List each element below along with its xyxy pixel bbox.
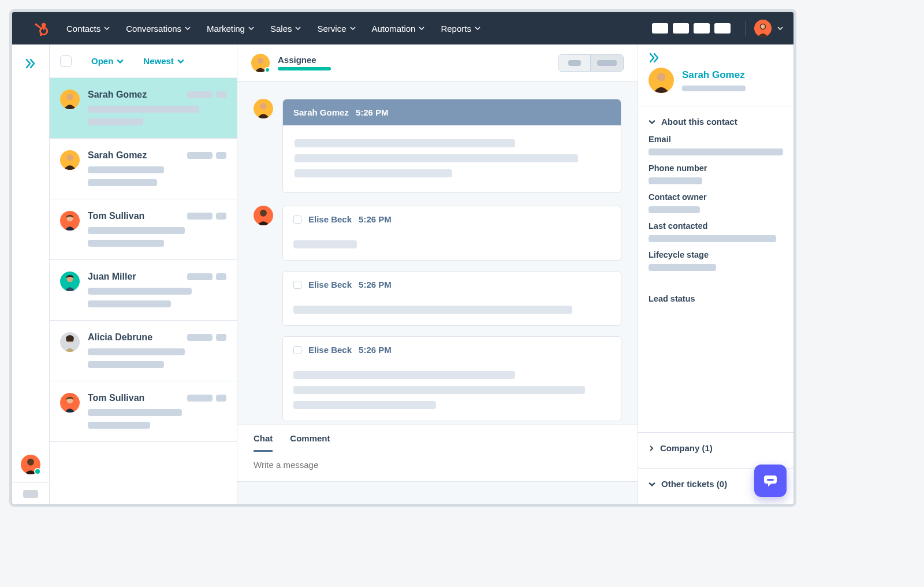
- tab-comment[interactable]: Comment: [290, 433, 330, 452]
- nav-automation[interactable]: Automation: [372, 24, 425, 34]
- nav-sales[interactable]: Sales: [270, 24, 301, 34]
- nav-pill-button[interactable]: [652, 23, 668, 34]
- nav-marketing[interactable]: Marketing: [207, 24, 254, 34]
- field-label-last-contacted: Last contacted: [649, 221, 783, 231]
- thread-header: Assignee: [237, 44, 638, 81]
- nav-conversations[interactable]: Conversations: [126, 24, 191, 34]
- conversation-item[interactable]: Sarah Gomez: [50, 78, 237, 139]
- chevron-right-icon: [649, 445, 654, 452]
- conversation-name: Tom Sullivan: [88, 393, 144, 403]
- conversation-item[interactable]: Tom Sullivan: [50, 381, 237, 442]
- contact-avatar: [60, 272, 80, 291]
- svg-point-14: [258, 57, 263, 63]
- conversation-name: Juan Miller: [88, 272, 136, 282]
- contact-avatar[interactable]: [649, 68, 674, 93]
- conversation-item[interactable]: Juan Miller: [50, 260, 237, 321]
- message-body: [283, 298, 621, 325]
- message-checkbox[interactable]: [293, 346, 301, 354]
- message-checkbox[interactable]: [293, 216, 301, 224]
- rail-user-avatar[interactable]: [21, 455, 40, 474]
- chevron-down-icon: [777, 25, 783, 31]
- field-value: [649, 148, 783, 155]
- left-rail: [12, 44, 50, 504]
- svg-rect-19: [767, 479, 774, 481]
- field-label-phone: Phone number: [649, 164, 783, 173]
- message-composer[interactable]: [237, 452, 638, 482]
- collapse-sidebar-button[interactable]: [638, 44, 793, 65]
- field-label-email: Email: [649, 135, 783, 144]
- message-area: Sarah Gomez 5:26 PM: [237, 81, 638, 425]
- tab-chat[interactable]: Chat: [254, 433, 273, 452]
- nav-user-menu[interactable]: [754, 20, 783, 37]
- top-nav: Contacts Conversations Marketing Sales S…: [12, 12, 793, 44]
- message-card[interactable]: Elise Beck 5:26 PM: [282, 271, 621, 326]
- chevron-down-icon: [104, 25, 110, 31]
- conversation-item[interactable]: Sarah Gomez: [50, 139, 237, 199]
- view-toggle-option-2[interactable]: [591, 55, 623, 71]
- nav-contacts[interactable]: Contacts: [66, 24, 110, 34]
- conversation-name: Sarah Gomez: [88, 90, 147, 100]
- conversation-name: Tom Sullivan: [88, 211, 144, 221]
- hubspot-logo-icon[interactable]: [32, 20, 49, 37]
- nav-reports[interactable]: Reports: [441, 24, 480, 34]
- message-body: [283, 232, 621, 260]
- conversation-item[interactable]: Tom Sullivan: [50, 199, 237, 260]
- conversation-meta: [187, 273, 226, 280]
- main-layout: Open Newest Sarah Gomez: [12, 44, 793, 504]
- contact-sidebar: Sarah Gomez About this contact Email Pho…: [638, 44, 793, 504]
- chevron-down-icon: [177, 58, 184, 65]
- filter-status[interactable]: Open: [91, 56, 124, 66]
- contact-name[interactable]: Sarah Gomez: [682, 69, 746, 81]
- conversation-meta: [187, 395, 226, 402]
- conversation-name: Sarah Gomez: [88, 150, 147, 161]
- contact-avatar: [60, 150, 80, 170]
- message-header: Sarah Gomez 5:26 PM: [283, 99, 621, 125]
- status-dot-online-icon: [34, 468, 41, 475]
- tab-label: Comment: [290, 433, 330, 443]
- message-card[interactable]: Elise Beck 5:26 PM: [282, 206, 621, 261]
- field-label-lifecycle: Lifecycle stage: [649, 250, 783, 259]
- conversation-meta: [187, 91, 226, 98]
- chevron-down-icon: [649, 481, 655, 488]
- contact-avatar: [60, 211, 80, 231]
- nav-label: Automation: [372, 24, 416, 34]
- company-section: Company (1): [638, 432, 793, 468]
- app-frame: Contacts Conversations Marketing Sales S…: [12, 12, 794, 504]
- field-label-lead-status: Lead status: [649, 294, 783, 303]
- contact-avatar: [60, 393, 80, 413]
- contact-avatar: [60, 90, 80, 109]
- message-card[interactable]: Elise Beck 5:26 PM: [282, 336, 621, 421]
- select-all-checkbox[interactable]: [60, 55, 72, 67]
- section-toggle[interactable]: About this contact: [649, 117, 783, 127]
- nav-service[interactable]: Service: [317, 24, 355, 34]
- chevron-down-icon: [350, 25, 356, 31]
- message-checkbox[interactable]: [293, 281, 301, 289]
- chat-fab-button[interactable]: [754, 465, 787, 497]
- section-toggle[interactable]: Company (1): [649, 443, 783, 453]
- svg-point-17: [657, 73, 665, 81]
- message-time: 5:26 PM: [359, 345, 392, 355]
- nav-pill-button[interactable]: [673, 23, 689, 34]
- nav-label: Contacts: [66, 24, 100, 34]
- rail-pill-button[interactable]: [23, 490, 38, 498]
- field-label-owner: Contact owner: [649, 192, 783, 202]
- svg-point-9: [66, 154, 73, 161]
- nav-pill-button[interactable]: [694, 23, 710, 34]
- divider: [746, 21, 746, 36]
- message-card[interactable]: Sarah Gomez 5:26 PM: [282, 99, 621, 193]
- chevron-down-icon: [248, 25, 254, 31]
- tab-label: Chat: [254, 433, 273, 443]
- message-sender: Elise Beck: [308, 280, 352, 289]
- nav-pill-button[interactable]: [714, 23, 731, 34]
- filter-sort[interactable]: Newest: [143, 56, 184, 66]
- conversation-item[interactable]: Alicia Debrune: [50, 321, 237, 381]
- message-time: 5:26 PM: [356, 107, 389, 117]
- message-body: [283, 125, 621, 192]
- contact-avatar: [60, 332, 80, 352]
- message-sender: Sarah Gomez: [293, 107, 349, 117]
- chevron-down-icon: [185, 25, 191, 31]
- view-toggle-option-1[interactable]: [558, 55, 591, 71]
- expand-rail-button[interactable]: [25, 58, 36, 71]
- composer-input[interactable]: [254, 460, 621, 470]
- contact-header: Sarah Gomez: [638, 65, 793, 106]
